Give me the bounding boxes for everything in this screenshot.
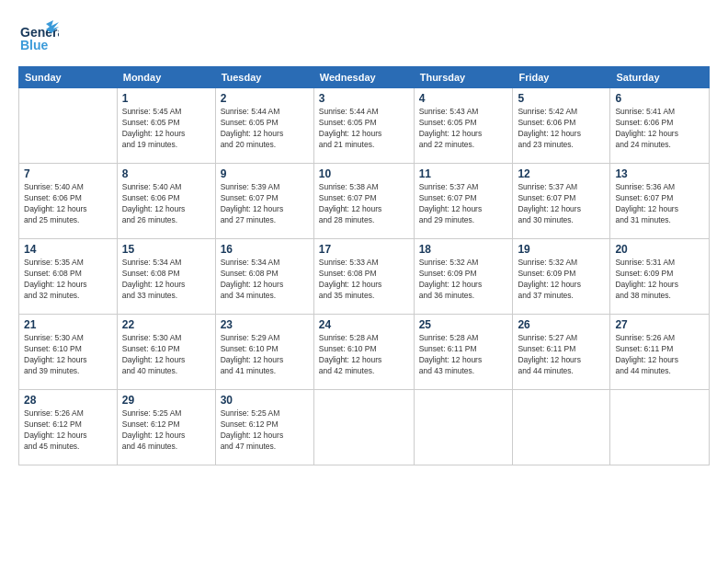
day-number: 5 [518,92,605,105]
calendar-cell: 10Sunrise: 5:38 AM Sunset: 6:07 PM Dayli… [313,164,414,239]
day-info: Sunrise: 5:33 AM Sunset: 6:08 PM Dayligh… [319,258,409,302]
day-number: 17 [319,243,409,256]
day-info: Sunrise: 5:32 AM Sunset: 6:09 PM Dayligh… [419,258,508,302]
calendar-cell: 16Sunrise: 5:34 AM Sunset: 6:08 PM Dayli… [215,239,313,315]
calendar-cell: 28Sunrise: 5:26 AM Sunset: 6:12 PM Dayli… [19,390,118,465]
week-row-4: 21Sunrise: 5:30 AM Sunset: 6:10 PM Dayli… [19,315,710,390]
day-number: 28 [24,394,112,407]
day-number: 8 [122,167,210,180]
calendar-cell: 19Sunrise: 5:32 AM Sunset: 6:09 PM Dayli… [513,239,610,315]
day-number: 24 [319,318,409,331]
day-info: Sunrise: 5:32 AM Sunset: 6:09 PM Dayligh… [518,258,605,302]
day-info: Sunrise: 5:26 AM Sunset: 6:12 PM Dayligh… [24,408,112,453]
day-info: Sunrise: 5:38 AM Sunset: 6:07 PM Dayligh… [319,182,409,226]
calendar-cell: 25Sunrise: 5:28 AM Sunset: 6:11 PM Dayli… [414,315,513,390]
day-info: Sunrise: 5:26 AM Sunset: 6:11 PM Dayligh… [615,333,704,377]
day-info: Sunrise: 5:45 AM Sunset: 6:05 PM Dayligh… [122,107,210,151]
day-number: 3 [319,92,409,105]
day-number: 2 [221,92,309,105]
calendar-cell: 6Sunrise: 5:41 AM Sunset: 6:06 PM Daylig… [610,88,710,164]
day-info: Sunrise: 5:36 AM Sunset: 6:07 PM Dayligh… [615,182,704,226]
calendar-cell: 5Sunrise: 5:42 AM Sunset: 6:06 PM Daylig… [513,88,610,164]
day-info: Sunrise: 5:44 AM Sunset: 6:05 PM Dayligh… [319,107,409,151]
calendar-cell: 9Sunrise: 5:39 AM Sunset: 6:07 PM Daylig… [215,164,313,239]
day-info: Sunrise: 5:34 AM Sunset: 6:08 PM Dayligh… [221,258,309,302]
day-info: Sunrise: 5:44 AM Sunset: 6:05 PM Dayligh… [221,107,309,151]
weekday-header-tuesday: Tuesday [215,67,313,88]
day-info: Sunrise: 5:34 AM Sunset: 6:08 PM Dayligh… [122,258,210,302]
day-info: Sunrise: 5:37 AM Sunset: 6:07 PM Dayligh… [518,182,605,226]
week-row-2: 7Sunrise: 5:40 AM Sunset: 6:06 PM Daylig… [19,164,710,239]
calendar-cell: 17Sunrise: 5:33 AM Sunset: 6:08 PM Dayli… [313,239,414,315]
calendar-cell: 2Sunrise: 5:44 AM Sunset: 6:05 PM Daylig… [215,88,313,164]
day-number: 12 [518,167,605,180]
calendar-cell: 23Sunrise: 5:29 AM Sunset: 6:10 PM Dayli… [215,315,313,390]
calendar-cell: 14Sunrise: 5:35 AM Sunset: 6:08 PM Dayli… [19,239,118,315]
day-info: Sunrise: 5:42 AM Sunset: 6:06 PM Dayligh… [518,107,605,151]
weekday-header-monday: Monday [117,67,215,88]
page: General Blue SundayMondayTuesdayWednesda… [0,0,728,563]
day-info: Sunrise: 5:43 AM Sunset: 6:05 PM Dayligh… [419,107,508,151]
day-number: 26 [518,318,605,331]
day-number: 10 [319,167,409,180]
day-info: Sunrise: 5:30 AM Sunset: 6:10 PM Dayligh… [24,333,112,377]
day-number: 14 [24,243,112,256]
week-row-3: 14Sunrise: 5:35 AM Sunset: 6:08 PM Dayli… [19,239,710,315]
calendar-cell: 30Sunrise: 5:25 AM Sunset: 6:12 PM Dayli… [215,390,313,465]
calendar-cell [313,390,414,465]
day-info: Sunrise: 5:37 AM Sunset: 6:07 PM Dayligh… [419,182,508,226]
calendar: SundayMondayTuesdayWednesdayThursdayFrid… [18,66,710,465]
weekday-header-row: SundayMondayTuesdayWednesdayThursdayFrid… [19,67,710,88]
calendar-cell [513,390,610,465]
calendar-cell: 13Sunrise: 5:36 AM Sunset: 6:07 PM Dayli… [610,164,710,239]
week-row-1: 1Sunrise: 5:45 AM Sunset: 6:05 PM Daylig… [19,88,710,164]
calendar-cell [19,88,118,164]
calendar-cell: 4Sunrise: 5:43 AM Sunset: 6:05 PM Daylig… [414,88,513,164]
header: General Blue [18,17,710,57]
day-info: Sunrise: 5:35 AM Sunset: 6:08 PM Dayligh… [24,258,112,302]
day-number: 30 [221,394,309,407]
day-number: 11 [419,167,508,180]
day-info: Sunrise: 5:25 AM Sunset: 6:12 PM Dayligh… [122,408,210,453]
day-number: 21 [24,318,112,331]
day-info: Sunrise: 5:41 AM Sunset: 6:06 PM Dayligh… [615,107,704,151]
weekday-header-saturday: Saturday [610,67,710,88]
day-number: 27 [615,318,704,331]
calendar-cell: 27Sunrise: 5:26 AM Sunset: 6:11 PM Dayli… [610,315,710,390]
calendar-cell: 20Sunrise: 5:31 AM Sunset: 6:09 PM Dayli… [610,239,710,315]
calendar-cell: 24Sunrise: 5:28 AM Sunset: 6:10 PM Dayli… [313,315,414,390]
logo-icon: General Blue [18,17,59,57]
day-number: 7 [24,167,112,180]
day-info: Sunrise: 5:25 AM Sunset: 6:12 PM Dayligh… [221,408,309,453]
weekday-header-wednesday: Wednesday [313,67,414,88]
day-info: Sunrise: 5:40 AM Sunset: 6:06 PM Dayligh… [122,182,210,226]
calendar-cell: 3Sunrise: 5:44 AM Sunset: 6:05 PM Daylig… [313,88,414,164]
weekday-header-sunday: Sunday [19,67,118,88]
day-info: Sunrise: 5:29 AM Sunset: 6:10 PM Dayligh… [221,333,309,377]
day-number: 13 [615,167,704,180]
day-number: 29 [122,394,210,407]
day-number: 9 [221,167,309,180]
day-number: 19 [518,243,605,256]
day-info: Sunrise: 5:28 AM Sunset: 6:10 PM Dayligh… [319,333,409,377]
calendar-cell: 26Sunrise: 5:27 AM Sunset: 6:11 PM Dayli… [513,315,610,390]
day-info: Sunrise: 5:30 AM Sunset: 6:10 PM Dayligh… [122,333,210,377]
calendar-cell: 15Sunrise: 5:34 AM Sunset: 6:08 PM Dayli… [117,239,215,315]
day-number: 4 [419,92,508,105]
weekday-header-thursday: Thursday [414,67,513,88]
day-number: 1 [122,92,210,105]
calendar-cell: 22Sunrise: 5:30 AM Sunset: 6:10 PM Dayli… [117,315,215,390]
day-number: 23 [221,318,309,331]
day-number: 15 [122,243,210,256]
calendar-cell [414,390,513,465]
day-number: 20 [615,243,704,256]
calendar-cell: 18Sunrise: 5:32 AM Sunset: 6:09 PM Dayli… [414,239,513,315]
calendar-cell: 8Sunrise: 5:40 AM Sunset: 6:06 PM Daylig… [117,164,215,239]
calendar-cell: 1Sunrise: 5:45 AM Sunset: 6:05 PM Daylig… [117,88,215,164]
calendar-cell: 29Sunrise: 5:25 AM Sunset: 6:12 PM Dayli… [117,390,215,465]
calendar-cell: 12Sunrise: 5:37 AM Sunset: 6:07 PM Dayli… [513,164,610,239]
day-info: Sunrise: 5:31 AM Sunset: 6:09 PM Dayligh… [615,258,704,302]
calendar-cell: 21Sunrise: 5:30 AM Sunset: 6:10 PM Dayli… [19,315,118,390]
svg-text:Blue: Blue [20,38,49,52]
day-info: Sunrise: 5:39 AM Sunset: 6:07 PM Dayligh… [221,182,309,226]
